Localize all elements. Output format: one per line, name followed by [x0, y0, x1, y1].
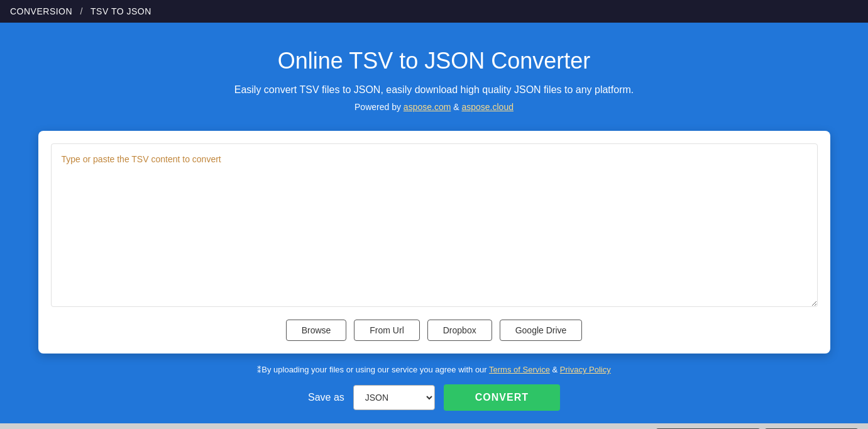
aspose-com-link[interactable]: aspose.com: [404, 102, 451, 112]
breadcrumb-separator: /: [80, 6, 83, 16]
terms-of-service-link[interactable]: Terms of Service: [489, 365, 550, 374]
breadcrumb: CONVERSION / TSV TO JSON: [10, 6, 151, 16]
main-content: Online TSV to JSON Converter Easily conv…: [0, 23, 868, 423]
powered-prefix: Powered by: [354, 102, 404, 112]
breadcrumb-conversion[interactable]: CONVERSION: [10, 6, 72, 16]
format-select[interactable]: JSON: [353, 385, 435, 410]
powered-by: Powered by aspose.com & aspose.cloud: [354, 102, 514, 112]
browse-button[interactable]: Browse: [286, 320, 347, 341]
save-as-label: Save as: [308, 392, 344, 403]
terms-row: ⁑By uploading your files or using our se…: [257, 365, 610, 374]
footer-bar: Processed Files 13803338 Uploaded 655739…: [0, 423, 868, 429]
page-subtitle: Easily convert TSV files to JSON, easily…: [234, 84, 634, 96]
google-drive-button[interactable]: Google Drive: [500, 320, 583, 341]
top-navigation: CONVERSION / TSV TO JSON: [0, 0, 868, 23]
privacy-policy-link[interactable]: Privacy Policy: [560, 365, 611, 374]
page-title: Online TSV to JSON Converter: [278, 48, 591, 74]
breadcrumb-current: TSV TO JSON: [91, 6, 151, 16]
powered-amp: &: [453, 102, 461, 112]
aspose-cloud-link[interactable]: aspose.cloud: [461, 102, 514, 112]
converter-card: Browse From Url Dropbox Google Drive: [38, 131, 830, 354]
convert-button[interactable]: CONVERT: [444, 384, 560, 411]
dropbox-button[interactable]: Dropbox: [427, 320, 492, 341]
convert-row: Save as JSON CONVERT: [308, 384, 560, 411]
file-buttons-row: Browse From Url Dropbox Google Drive: [51, 320, 818, 341]
terms-prefix: ⁑By uploading your files or using our se…: [257, 365, 489, 374]
from-url-button[interactable]: From Url: [354, 320, 419, 341]
terms-amp: &: [552, 365, 560, 374]
tsv-input[interactable]: [51, 143, 818, 307]
